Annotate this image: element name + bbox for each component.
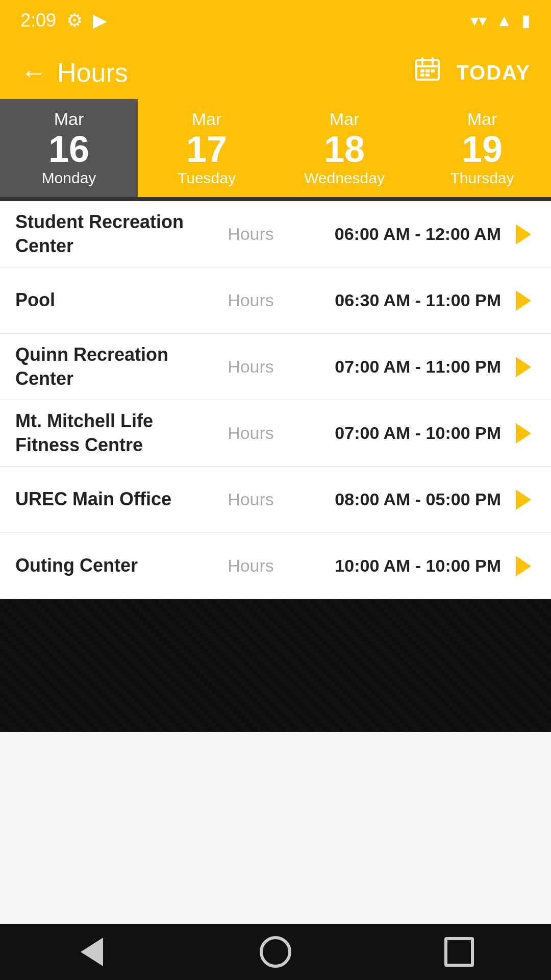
day-month: Mar [330, 109, 360, 129]
facility-hours-label: Hours [209, 357, 293, 377]
shield-icon: ▶ [93, 10, 107, 31]
chevron-right-icon [511, 355, 536, 379]
facility-hours-label: Hours [209, 489, 293, 509]
wifi-icon: ▾▾ [470, 11, 487, 30]
facility-name: Student Recreation Center [15, 210, 209, 258]
facility-item[interactable]: Outing Center Hours 10:00 AM - 10:00 PM [0, 533, 551, 599]
facility-item[interactable]: Pool Hours 06:30 AM - 11:00 PM [0, 267, 551, 334]
svg-rect-4 [420, 69, 424, 72]
status-bar: 2:09 ⚙ ▶ ▾▾ ▲ ▮ [0, 0, 551, 41]
facility-name: Outing Center [15, 554, 209, 578]
today-button[interactable]: TODAY [456, 61, 531, 84]
chevron-right-icon [511, 487, 536, 512]
svg-rect-8 [425, 74, 430, 77]
navigation-bar [0, 924, 551, 980]
facility-time: 08:00 AM - 05:00 PM [292, 489, 511, 509]
facility-item[interactable]: Mt. Mitchell Life Fitness Centre Hours 0… [0, 400, 551, 467]
facility-time: 06:00 AM - 12:00 AM [292, 224, 511, 244]
day-name: Thursday [450, 169, 514, 187]
day-month: Mar [467, 109, 497, 129]
header: ← Hours TODAY [0, 41, 551, 99]
back-button[interactable]: ← [20, 59, 47, 86]
bottom-image [0, 599, 551, 732]
calendar-icon[interactable] [414, 56, 441, 89]
facility-time: 07:00 AM - 10:00 PM [292, 423, 511, 443]
day-cell-18[interactable]: Mar 18 Wednesday [276, 99, 413, 197]
day-number: 18 [324, 129, 365, 169]
settings-icon: ⚙ [66, 10, 83, 31]
day-month: Mar [54, 109, 84, 129]
facility-list: Student Recreation Center Hours 06:00 AM… [0, 201, 551, 599]
svg-rect-6 [431, 69, 435, 72]
facility-hours-label: Hours [209, 290, 293, 310]
day-cell-19[interactable]: Mar 19 Thursday [413, 99, 551, 197]
chevron-right-icon [511, 288, 536, 313]
day-selector: Mar 16 Monday Mar 17 Tuesday Mar 18 Wedn… [0, 99, 551, 197]
facility-time: 10:00 AM - 10:00 PM [292, 556, 511, 576]
facility-name: Quinn Recreation Center [15, 343, 209, 391]
facility-item[interactable]: Quinn Recreation Center Hours 07:00 AM -… [0, 334, 551, 400]
nav-recent-button[interactable] [439, 932, 480, 972]
facility-hours-label: Hours [209, 423, 293, 443]
facility-time: 07:00 AM - 11:00 PM [292, 357, 511, 377]
facility-hours-label: Hours [209, 556, 293, 576]
day-number: 16 [48, 129, 89, 169]
facility-item[interactable]: UREC Main Office Hours 08:00 AM - 05:00 … [0, 467, 551, 533]
facility-name: UREC Main Office [15, 487, 209, 511]
chevron-right-icon [511, 554, 536, 578]
facility-name: Mt. Mitchell Life Fitness Centre [15, 409, 209, 457]
header-divider [0, 197, 551, 201]
status-time: 2:09 [20, 10, 56, 31]
nav-back-button[interactable] [71, 932, 112, 972]
facility-hours-label: Hours [209, 224, 293, 244]
signal-icon: ▲ [496, 11, 512, 30]
facility-time: 06:30 AM - 11:00 PM [292, 290, 511, 310]
page-title: Hours [57, 57, 128, 88]
battery-icon: ▮ [521, 11, 531, 30]
day-number: 19 [462, 129, 503, 169]
day-name: Wednesday [304, 169, 385, 187]
day-month: Mar [192, 109, 222, 129]
facility-item[interactable]: Student Recreation Center Hours 06:00 AM… [0, 201, 551, 267]
day-cell-16[interactable]: Mar 16 Monday [0, 99, 138, 197]
facility-name: Pool [15, 288, 209, 312]
svg-rect-7 [420, 74, 424, 77]
day-cell-17[interactable]: Mar 17 Tuesday [138, 99, 276, 197]
chevron-right-icon [511, 222, 536, 247]
svg-rect-5 [425, 69, 430, 72]
day-name: Monday [42, 169, 96, 187]
nav-home-button[interactable] [255, 932, 296, 972]
day-number: 17 [186, 129, 227, 169]
chevron-right-icon [511, 421, 536, 446]
day-name: Tuesday [178, 169, 236, 187]
